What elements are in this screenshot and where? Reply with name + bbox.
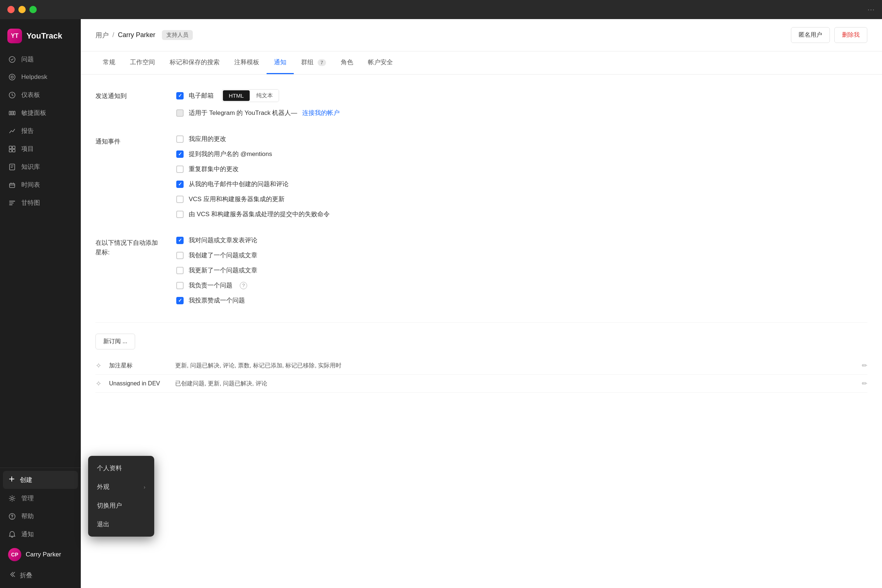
- event-group-changes: 重复群集中的更改: [176, 165, 867, 173]
- created-checkbox[interactable]: [176, 252, 183, 259]
- content-header: 用户 / Carry Parker 支持人员 匿名用户 删除我: [81, 19, 882, 51]
- sidebar-item-help[interactable]: 帮助: [3, 508, 78, 525]
- helpdesk-icon: [8, 73, 16, 81]
- svg-point-2: [11, 76, 13, 78]
- sidebar-item-projects[interactable]: 项目: [3, 140, 78, 158]
- sidebar-item-knowledge[interactable]: 知识库: [3, 158, 78, 176]
- sidebar-item-timetracking[interactable]: 时间表: [3, 176, 78, 194]
- sidebar-item-manage[interactable]: 管理: [3, 490, 78, 507]
- create-icon: [8, 476, 15, 484]
- star-created: 我创建了一个问题或文章: [176, 251, 867, 260]
- anonymous-user-button[interactable]: 匿名用户: [791, 27, 830, 43]
- tab-tags[interactable]: 标记和保存的搜索: [162, 51, 227, 74]
- breadcrumb-users-link[interactable]: 用户: [95, 31, 109, 40]
- send-to-content: 电子邮箱 HTML 纯文本 适用于 Telegram 的 YouTrack 机器…: [176, 89, 867, 124]
- breadcrumb: 用户 / Carry Parker 支持人员: [95, 30, 193, 40]
- mentions-checkbox[interactable]: [176, 150, 183, 158]
- sub-edit-icon-2[interactable]: ✏: [862, 380, 867, 388]
- sidebar-item-gantt[interactable]: 甘特图: [3, 194, 78, 212]
- notifications-content: 发送通知到 电子邮箱 HTML 纯文本 适用于 Telegr: [81, 75, 882, 588]
- app-logo-icon: YT: [8, 28, 22, 43]
- reports-icon: [8, 127, 16, 135]
- maximize-button[interactable]: [29, 6, 37, 13]
- svg-rect-4: [9, 111, 11, 115]
- create-button[interactable]: 创建: [3, 471, 78, 489]
- user-menu-button[interactable]: CP Carry Parker: [3, 544, 78, 566]
- sidebar: YT YouTrack 问题: [0, 19, 81, 588]
- email-issues-checkbox[interactable]: [176, 181, 183, 188]
- email-checkbox[interactable]: [176, 92, 183, 99]
- format-html-button[interactable]: HTML: [223, 90, 250, 101]
- traffic-lights: [8, 6, 37, 13]
- popup-item-logout[interactable]: 退出: [88, 515, 154, 534]
- popup-item-switch-user[interactable]: 切换用户: [88, 496, 154, 515]
- group-changes-label: 重复群集中的更改: [189, 165, 239, 173]
- breadcrumb-current: Carry Parker: [118, 31, 155, 39]
- collapse-sidebar-button[interactable]: 折叠: [3, 566, 78, 584]
- voted-checkbox[interactable]: [176, 297, 183, 304]
- auto-star-section: 在以下情况下自动添加 星标: 我对问题或文章发表评论 我创建了一个问题或文章: [95, 236, 867, 311]
- svg-rect-7: [9, 146, 12, 148]
- helpdesk-label: Helpdesk: [21, 74, 73, 81]
- menu-dots-icon[interactable]: ⋯: [867, 6, 874, 14]
- vcs-failures-checkbox[interactable]: [176, 211, 183, 218]
- event-mentions: 提到我的用户名的 @mentions: [176, 150, 867, 158]
- star-commented: 我对问题或文章发表评论: [176, 236, 867, 244]
- tab-security[interactable]: 帐户安全: [361, 51, 400, 74]
- sidebar-nav: 问题 Helpdesk: [0, 51, 81, 468]
- new-subscription-button[interactable]: 新订阅 ...: [95, 334, 135, 350]
- assigned-help-icon[interactable]: ?: [240, 282, 247, 289]
- star-assigned: 我负责一个问题 ?: [176, 281, 867, 290]
- tab-roles[interactable]: 角色: [334, 51, 361, 74]
- tabs-bar: 常规 工作空间 标记和保存的搜索 注释模板 通知 群组 7 角色 帐户安全: [81, 51, 882, 75]
- tab-templates[interactable]: 注释模板: [227, 51, 267, 74]
- sidebar-item-agile[interactable]: 敏捷面板: [3, 104, 78, 122]
- svg-point-1: [9, 74, 15, 80]
- minimize-button[interactable]: [18, 6, 26, 13]
- popup-item-profile[interactable]: 个人资料: [88, 459, 154, 477]
- collapse-label: 折叠: [20, 571, 32, 579]
- gantt-icon: [8, 199, 16, 207]
- main-content-area: 用户 / Carry Parker 支持人员 匿名用户 删除我 常规 工作空间 …: [81, 19, 882, 588]
- event-vcs-updates: VCS 应用和构建服务器集成的更新: [176, 195, 867, 203]
- sidebar-item-reports[interactable]: 报告: [3, 122, 78, 140]
- issues-label: 问题: [21, 55, 73, 63]
- tab-workspace[interactable]: 工作空间: [123, 51, 162, 74]
- commented-checkbox[interactable]: [176, 237, 183, 244]
- app-name: YouTrack: [26, 31, 62, 41]
- format-plain-button[interactable]: 纯文本: [251, 90, 279, 102]
- user-popup-menu: 个人资料 外观 › 切换用户 退出: [88, 456, 154, 537]
- agile-label: 敏捷面板: [21, 109, 73, 117]
- popup-item-appearance[interactable]: 外观 ›: [88, 477, 154, 496]
- app-changes-checkbox[interactable]: [176, 135, 183, 143]
- agile-icon: [8, 109, 16, 117]
- sidebar-item-notifications[interactable]: 通知: [3, 526, 78, 543]
- knowledge-icon: [8, 163, 16, 171]
- vcs-updates-checkbox[interactable]: [176, 196, 183, 203]
- subscriptions-section: 新订阅 ... ✧ 加注星标 更新, 问题已解决, 评论, 票数, 标记已添加,…: [95, 334, 867, 393]
- tab-general[interactable]: 常规: [95, 51, 123, 74]
- tab-groups[interactable]: 群组 7: [294, 51, 334, 74]
- sub-edit-icon-1[interactable]: ✏: [862, 362, 867, 370]
- event-vcs-failures: 由 VCS 和构建服务器集成处理的提交中的失败命令: [176, 210, 867, 218]
- dashboard-icon: [8, 91, 16, 99]
- updated-checkbox[interactable]: [176, 267, 183, 274]
- group-changes-checkbox[interactable]: [176, 165, 183, 173]
- sidebar-item-dashboard[interactable]: 仪表板: [3, 86, 78, 104]
- assigned-checkbox[interactable]: [176, 282, 183, 289]
- star-voted: 我投票赞成一个问题: [176, 296, 867, 304]
- sub-label-1: 加注星标: [109, 362, 168, 370]
- delete-me-button[interactable]: 删除我: [834, 27, 867, 43]
- sub-values-1: 更新, 问题已解决, 评论, 票数, 标记已添加, 标记已移除, 实际用时: [175, 362, 855, 370]
- close-button[interactable]: [8, 6, 15, 13]
- reports-label: 报告: [21, 127, 73, 135]
- telegram-checkbox[interactable]: [176, 110, 183, 117]
- telegram-link[interactable]: 连接我的帐户: [302, 109, 340, 117]
- events-section: 通知事件 我应用的更改 提到我的用户名的 @mentions: [95, 135, 867, 225]
- sidebar-item-helpdesk[interactable]: Helpdesk: [3, 69, 78, 86]
- format-toggle: HTML 纯文本: [222, 89, 279, 102]
- sub-star-icon-1: ✧: [95, 361, 102, 370]
- sidebar-item-issues[interactable]: 问题: [3, 51, 78, 68]
- titlebar-right: ⋯: [867, 5, 874, 14]
- tab-notifications[interactable]: 通知: [267, 51, 294, 74]
